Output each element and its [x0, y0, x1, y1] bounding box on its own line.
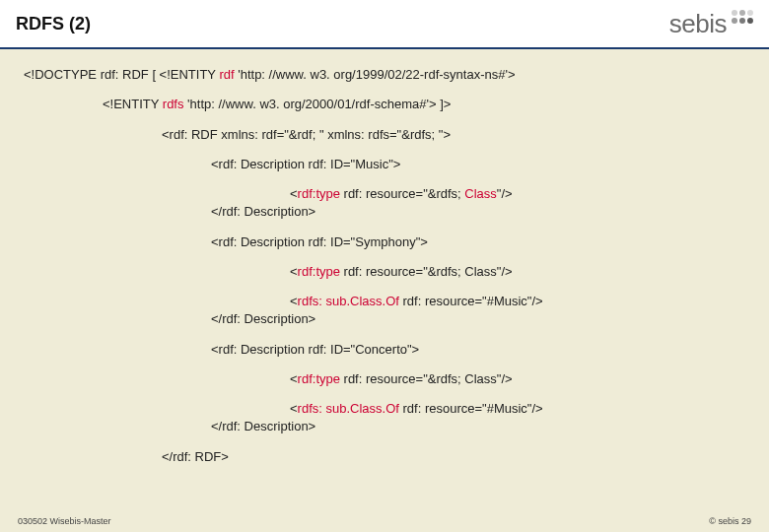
- code-line: <rdf: Description rdf: ID="Symphony">: [24, 234, 745, 250]
- code-text: rdf: resource="&rdfs;: [340, 186, 464, 201]
- code-keyword: Class: [464, 186, 497, 201]
- footer-right: © sebis 29: [709, 516, 751, 526]
- code-line: <rdf: RDF xmlns: rdf="&rdf; " xmlns: rdf…: [24, 127, 745, 143]
- slide-title: RDFS (2): [16, 14, 91, 34]
- code-text: <: [290, 401, 298, 416]
- code-text: 'http: //www. w3. org/2000/01/rdf-schema…: [183, 97, 451, 111]
- code-text: <rdf: Description rdf: ID="Concerto">: [211, 342, 419, 357]
- code-text: <rdf: Description rdf: ID="Music">: [211, 157, 400, 171]
- code-line: <rdf: Description rdf: ID="Music">: [24, 157, 745, 172]
- code-text: </rdf: Description>: [211, 204, 315, 219]
- code-line: <rdfs: sub.Class.Of rdf: resource="#Musi…: [24, 294, 745, 309]
- code-keyword: rdf:type: [298, 264, 340, 279]
- code-keyword: rdf:type: [298, 371, 340, 386]
- code-text: rdf: resource="#Music"/>: [399, 401, 543, 416]
- code-text: rdf: resource="#Music"/>: [399, 294, 543, 308]
- code-keyword: rdfs: [163, 97, 184, 111]
- logo-text: sebis: [669, 9, 727, 39]
- code-line: <rdf:type rdf: resource="&rdfs; Class"/>: [24, 186, 745, 202]
- slide-footer: 030502 Wisebis-Master © sebis 29: [0, 516, 769, 526]
- code-line: </rdf: RDF>: [24, 449, 745, 465]
- code-line: <rdf:type rdf: resource="&rdfs; Class"/>: [24, 371, 745, 387]
- code-text: rdf: resource="&rdfs; Class"/>: [340, 264, 513, 279]
- code-text: 'http: //www. w3. org/1999/02/22-rdf-syn…: [235, 67, 516, 82]
- code-text: <: [290, 186, 298, 201]
- code-text: <!ENTITY: [103, 97, 163, 111]
- logo: sebis: [669, 9, 753, 39]
- code-line: </rdf: Description>: [24, 419, 745, 434]
- code-text: rdf: resource="&rdfs; Class"/>: [340, 371, 513, 386]
- code-line: <rdfs: sub.Class.Of rdf: resource="#Musi…: [24, 401, 745, 417]
- code-text: </rdf: Description>: [211, 419, 315, 433]
- code-text: <: [290, 371, 298, 386]
- footer-left: 030502 Wisebis-Master: [18, 516, 111, 526]
- code-keyword: rdfs: sub.Class.Of: [298, 294, 399, 308]
- code-line: <rdf: Description rdf: ID="Concerto">: [24, 342, 745, 358]
- slide-header: RDFS (2) sebis: [0, 0, 769, 49]
- code-line: <!ENTITY rdfs 'http: //www. w3. org/2000…: [24, 97, 745, 112]
- code-text: <!DOCTYPE rdf: RDF [ <!ENTITY: [24, 67, 219, 82]
- code-text: </rdf: Description>: [211, 311, 315, 326]
- code-text: </rdf: RDF>: [162, 449, 229, 464]
- code-keyword: rdfs: sub.Class.Of: [298, 401, 399, 416]
- code-line: <!DOCTYPE rdf: RDF [ <!ENTITY rdf 'http:…: [24, 67, 745, 83]
- code-text: <: [290, 264, 298, 279]
- code-keyword: rdf: [219, 67, 234, 82]
- logo-dots-icon: [732, 10, 753, 24]
- code-text: "/>: [497, 186, 513, 201]
- code-text: <: [290, 294, 298, 308]
- code-text: <rdf: Description rdf: ID="Symphony">: [211, 234, 428, 249]
- code-text: <rdf: RDF xmlns: rdf="&rdf; " xmlns: rdf…: [162, 127, 451, 142]
- code-line: </rdf: Description>: [24, 311, 745, 327]
- code-keyword: rdf:type: [298, 186, 340, 201]
- code-line: <rdf:type rdf: resource="&rdfs; Class"/>: [24, 264, 745, 280]
- code-line: </rdf: Description>: [24, 204, 745, 220]
- slide-body: <!DOCTYPE rdf: RDF [ <!ENTITY rdf 'http:…: [0, 49, 769, 465]
